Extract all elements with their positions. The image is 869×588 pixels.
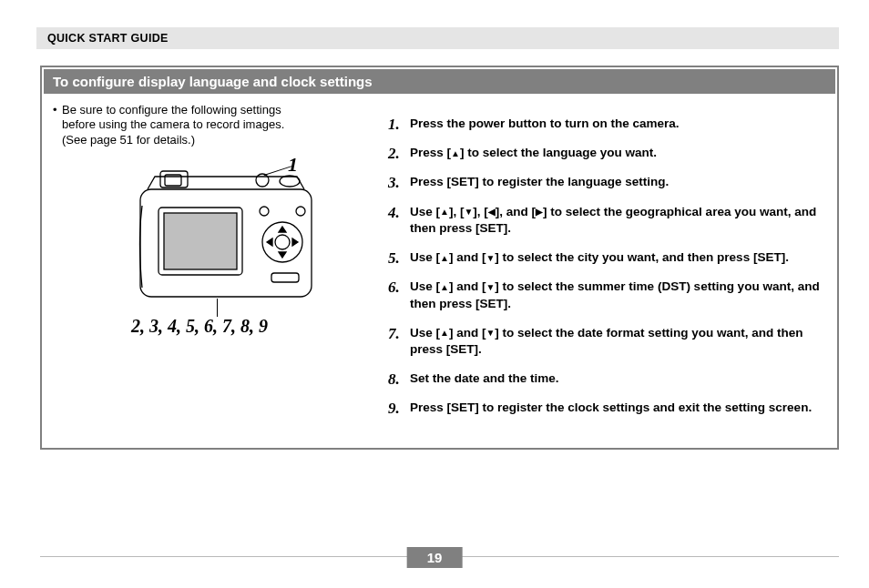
svg-rect-6 — [164, 213, 237, 269]
step-text: Use [▲] and [▼] to select the city you w… — [410, 249, 823, 266]
step-text: Set the date and the time. — [410, 370, 823, 387]
page-number: 19 — [407, 547, 463, 568]
step-text: Press [SET] to register the language set… — [410, 174, 823, 190]
note-text-3: (See page 51 for details.) — [53, 133, 373, 147]
svg-point-9 — [260, 207, 269, 216]
step-2: 2.Press [▲] to select the language you w… — [388, 145, 823, 161]
step-number: 3. — [388, 174, 410, 190]
step-4: 4.Use [▲], [▼], [◀], and [▶] to select t… — [388, 204, 823, 237]
bullet-dot: • — [53, 103, 62, 117]
step-8: 8.Set the date and the time. — [388, 370, 823, 387]
header-bar: QUICK START GUIDE — [36, 27, 839, 49]
callout-bottom-label: 2, 3, 4, 5, 6, 7, 8, 9 — [131, 316, 268, 337]
step-3: 3.Press [SET] to register the language s… — [388, 174, 823, 190]
note-text-1: Be sure to configure the following setti… — [62, 103, 373, 117]
section-title: To configure display language and clock … — [44, 69, 835, 94]
svg-point-4 — [280, 176, 300, 187]
step-number: 9. — [388, 400, 410, 416]
step-text: Press [SET] to register the clock settin… — [410, 400, 823, 416]
svg-point-8 — [275, 235, 290, 249]
step-number: 5. — [388, 249, 410, 266]
svg-point-10 — [296, 207, 305, 216]
svg-point-3 — [256, 174, 269, 187]
step-number: 6. — [388, 279, 410, 311]
step-number: 2. — [388, 145, 410, 161]
left-column: • Be sure to configure the following set… — [42, 103, 379, 430]
step-9: 9.Press [SET] to register the clock sett… — [388, 400, 823, 416]
body-area: • Be sure to configure the following set… — [42, 96, 837, 430]
step-5: 5.Use [▲] and [▼] to select the city you… — [388, 249, 823, 266]
step-text: Use [▲] and [▼] to select the date forma… — [410, 325, 823, 358]
step-number: 4. — [388, 204, 410, 237]
step-6: 6.Use [▲] and [▼] to select the summer t… — [388, 279, 823, 311]
step-text: Press [▲] to select the language you wan… — [410, 145, 823, 161]
content-frame: To configure display language and clock … — [40, 66, 839, 450]
step-text: Press the power button to turn on the ca… — [410, 116, 823, 132]
note-line-1: • Be sure to configure the following set… — [53, 103, 373, 117]
step-text: Use [▲], [▼], [◀], and [▶] to select the… — [410, 204, 823, 237]
step-number: 7. — [388, 325, 410, 358]
svg-rect-11 — [271, 273, 299, 282]
step-7: 7.Use [▲] and [▼] to select the date for… — [388, 325, 823, 358]
camera-icon — [135, 169, 317, 306]
camera-illustration-area: 1 — [53, 147, 373, 348]
step-text: Use [▲] and [▼] to select the summer tim… — [410, 279, 823, 311]
step-1: 1.Press the power button to turn on the … — [388, 116, 823, 132]
note-text-2: before using the camera to record images… — [53, 117, 373, 132]
step-number: 1. — [388, 116, 410, 132]
header-text: QUICK START GUIDE — [47, 32, 169, 45]
note-block: • Be sure to configure the following set… — [53, 103, 373, 147]
step-number: 8. — [388, 370, 410, 387]
steps-column: 1.Press the power button to turn on the … — [379, 103, 837, 430]
callout-bottom-leader — [217, 299, 218, 317]
